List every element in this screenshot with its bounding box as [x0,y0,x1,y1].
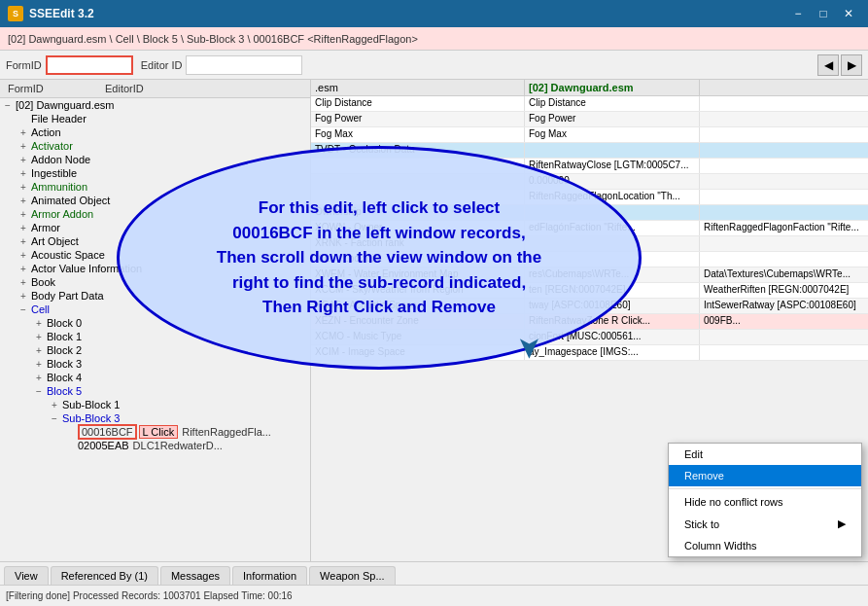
tree-item-armor-addon[interactable]: +Armor Addon [0,207,310,221]
tree-expand-icon[interactable]: − [0,100,16,111]
tree-expand-icon[interactable]: + [31,318,47,329]
tree-item-file-header[interactable]: File Header [0,112,310,125]
table-row[interactable]: XEZN - Encounter ZoneRiftenRatwayZone R … [311,314,868,330]
table-row[interactable]: XCMO - Music TypecionFort [MUSC:000561..… [311,330,868,345]
table-row[interactable]: TVDT - Occlusion Data [311,143,868,159]
tree-expand-icon[interactable]: + [16,277,31,288]
tree-item-ingestible[interactable]: +Ingestible [0,166,310,180]
tab-view[interactable]: View [4,566,49,585]
table-row[interactable]: Clip DistanceClip Distance [311,96,868,112]
tree-expand-icon[interactable]: + [16,196,31,206]
tree-expand-icon[interactable]: − [47,413,62,424]
tree-item-label: Sub-Block 1 [62,399,120,410]
table-cell-col2: 0.000000 [525,174,700,189]
minimize-button[interactable]: − [786,3,810,24]
table-row[interactable]: XILL - Lock List [311,252,868,267]
tree-item-armor[interactable]: +Armor [0,221,310,234]
table-cell-col2: ten [REGN:0007042E] [525,283,700,298]
tree-item-sub-block1[interactable]: +Sub-Block 1 [0,398,310,411]
tree-expand-icon[interactable]: + [16,291,31,302]
tree-expand-icon[interactable]: + [31,332,47,342]
table-cell-col1: XWEM - Water Environment Map [311,267,525,282]
tree-expand-icon[interactable]: + [31,359,47,370]
tree-item-cell[interactable]: −Cell [0,303,310,316]
tree-item-label: Action [31,126,61,138]
tree-expand-icon[interactable]: + [47,400,62,410]
tree-expand-icon[interactable]: + [31,373,47,383]
tree-expand-icon[interactable]: + [16,155,31,165]
context-menu-item-hide-conflict[interactable]: Hide no conflict rows [669,491,861,513]
right-table-header: .esm [02] Dawnguard.esm [311,80,868,96]
tree-item-body-part-data[interactable]: +Body Part Data [0,289,310,303]
tree-expand-icon[interactable]: + [16,250,31,261]
table-cell-col1: XOWN - Owner [311,221,525,235]
tree-item-book[interactable]: +Book [0,275,310,289]
tree-expand-icon[interactable]: + [16,127,31,138]
table-row[interactable]: Fog MaxFog Max [311,127,868,143]
tree-expand-icon[interactable]: + [16,264,31,274]
tab-weapon-sp[interactable]: Weapon Sp... [309,566,395,585]
tree-body: −[02] Dawnguard.esmFile Header+Action+Ac… [0,98,310,561]
tree-formid-header: FormID [4,82,101,95]
context-menu-item-edit[interactable]: Edit [669,444,861,465]
tree-expand-icon[interactable]: + [16,236,31,247]
tree-item-sub-block3[interactable]: −Sub-Block 3 [0,411,310,425]
context-menu-item-remove[interactable]: Remove [669,465,861,486]
tree-expand-icon[interactable]: + [16,168,31,179]
table-row[interactable]: XRNK - Faction rank [311,236,868,252]
tree-item-label: Sub-Block 3 [62,412,120,424]
tree-expand-icon[interactable]: − [16,304,31,315]
tree-item-block3[interactable]: +Block 3 [0,357,310,371]
close-button[interactable]: ✕ [837,3,860,24]
table-row[interactable]: Fog PowerFog Power [311,112,868,127]
tree-expand-icon[interactable]: + [16,182,31,193]
table-row[interactable]: XCCM - Sky/Weather from Regionten [REGN:… [311,283,868,299]
tree-item-acoustic-space[interactable]: +Acoustic Space [0,248,310,262]
tab-messages[interactable]: Messages [160,566,230,585]
context-menu-item-stick-to[interactable]: Stick to▶ [669,513,861,535]
tree-item-record-bcf[interactable]: 00016BCFL ClickRiftenRaggedFla... [0,425,310,439]
table-cell-col1: XCCM - Sky/Weather from Region [311,283,525,298]
table-row[interactable]: XCIM - Image Spaceay_Imagespace [IMGS:..… [311,345,868,361]
app-title: SSEEdit 3.2 [29,7,786,20]
tree-item-activator[interactable]: +Activator [0,139,310,153]
tab-referenced-by[interactable]: Referenced By (1) [51,566,158,585]
tree-item-block4[interactable]: +Block 4 [0,371,310,384]
tree-item-block0[interactable]: +Block 0 [0,316,310,330]
maximize-button[interactable]: □ [812,3,835,24]
tree-item-art-object[interactable]: +Art Object [0,234,310,248]
tree-editorid-header: EditorID [101,82,306,95]
tree-item-addon-node[interactable]: +Addon Node [0,153,310,166]
tree-item-block5[interactable]: −Block 5 [0,384,310,398]
table-row[interactable]: RiftenRatwayClose [LGTM:0005C7... [311,159,868,174]
tree-expand-icon[interactable]: + [16,223,31,233]
tree-item-dawnguard[interactable]: −[02] Dawnguard.esm [0,98,310,112]
formid-input[interactable] [46,55,133,75]
table-row[interactable]: RiftenRaggedFlagonLocation "Th... [311,190,868,205]
table-cell-col2: edFlagónFaction "Rifte... [525,221,700,235]
table-cell-col3 [700,174,868,189]
table-row[interactable]: XWEM - Water Environment Mapres\Cubemaps… [311,267,868,283]
tree-expand-icon[interactable]: + [16,209,31,220]
tree-item-block1[interactable]: +Block 1 [0,330,310,343]
table-row[interactable]: XCAS - Acoustic Spacetway [ASPC:00108E60… [311,299,868,314]
table-row[interactable]: Ownership [311,205,868,221]
editorid-label: Editor ID [141,59,183,71]
nav-back-button[interactable]: ◀ [817,54,839,76]
nav-forward-button[interactable]: ▶ [841,54,862,76]
tree-item-ammunition[interactable]: +Ammunition [0,180,310,194]
tree-item-animated-object[interactable]: +Animated Object [0,194,310,207]
tree-expand-icon[interactable]: + [16,141,31,152]
context-menu-item-column-widths[interactable]: Column Widths [669,535,861,556]
editorid-input[interactable] [186,55,302,75]
tab-information[interactable]: Information [232,566,307,585]
tree-item-record-eab[interactable]: 02005EABDLC1RedwaterD... [0,439,310,452]
tree-item-block2[interactable]: +Block 2 [0,343,310,357]
tree-expand-icon[interactable]: + [31,345,47,356]
table-row[interactable]: XOWN - OwneredFlagónFaction "Rifte...Rif… [311,221,868,236]
tree-item-label: Armor Addon [31,208,93,220]
tree-expand-icon[interactable]: − [31,386,47,397]
table-row[interactable]: 0.000000 [311,174,868,190]
tree-item-actor-value[interactable]: +Actor Value Information [0,262,310,275]
tree-item-action[interactable]: +Action [0,125,310,139]
